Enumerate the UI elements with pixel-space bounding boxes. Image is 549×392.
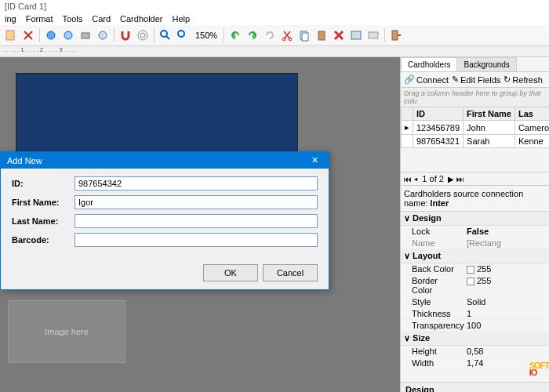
magnet-icon[interactable] (118, 27, 133, 43)
svg-rect-3 (82, 33, 89, 38)
prop-footer: Design (401, 382, 549, 392)
editfields-button[interactable]: ✎ Edit Fields (452, 74, 500, 85)
svg-line-8 (166, 36, 169, 39)
menu-item[interactable]: Card (92, 14, 111, 24)
svg-point-9 (178, 31, 184, 37)
paste-icon[interactable] (314, 27, 329, 43)
grid-group-hint: Drag a column header here to group by th… (401, 88, 549, 107)
svg-rect-17 (369, 32, 378, 38)
svg-rect-15 (351, 31, 361, 39)
undo-icon[interactable] (227, 27, 243, 43)
svg-point-4 (99, 31, 107, 39)
refresh-button[interactable]: ↻ Refresh (504, 74, 543, 85)
redo2-icon[interactable] (262, 27, 278, 43)
target-icon[interactable] (135, 27, 151, 43)
window-title: [ID Card 1] (0, 0, 549, 13)
delete-icon[interactable] (20, 27, 36, 43)
close-icon[interactable]: ✕ (307, 155, 322, 165)
connect-button[interactable]: 🔗 Connect (404, 74, 449, 85)
id-field[interactable] (75, 176, 318, 191)
svg-rect-18 (392, 31, 398, 40)
lastname-label: Last Name: (12, 216, 75, 226)
connection-name: Cardholders source connection name: Inte… (401, 186, 549, 212)
zoom-icon[interactable] (158, 27, 173, 43)
gear-blue-icon[interactable] (43, 27, 59, 43)
menu-item[interactable]: Cardholder (120, 14, 162, 24)
svg-rect-13 (302, 33, 308, 41)
add-new-dialog: Add New ✕ ID: First Name: Last Name: Bar… (0, 151, 329, 290)
barcode-label: Barcode: (12, 235, 75, 245)
main-toolbar: 150% (0, 25, 549, 46)
watermark: SOFT IO (529, 362, 549, 376)
table-row[interactable]: ▸ 123456789JohnCamero (402, 121, 550, 135)
tab-backgrounds[interactable]: Backgrounds (456, 57, 516, 71)
menu-item[interactable]: Tools (63, 14, 83, 24)
zoom-fit-icon[interactable] (175, 27, 191, 43)
image-icon[interactable] (348, 27, 364, 43)
gear2-icon[interactable] (95, 27, 111, 43)
firstname-field[interactable] (75, 195, 318, 209)
menu-item[interactable]: Format (26, 14, 53, 24)
canvas[interactable]: ID: 123456789 Image here Add New ✕ ID: F… (0, 57, 400, 392)
zoom-level[interactable]: 150% (192, 31, 220, 40)
dialog-title: Add New (7, 156, 42, 165)
redo-icon[interactable] (245, 27, 260, 43)
ok-button[interactable]: OK (203, 264, 258, 281)
tab-cardholders[interactable]: Cardholders (401, 57, 457, 71)
firstname-label: First Name: (12, 198, 75, 207)
svg-point-16 (354, 34, 356, 36)
cancel-button[interactable]: Cancel (263, 264, 318, 281)
table-row[interactable]: 987654321SarahKenne (402, 135, 550, 148)
gear-icon[interactable] (60, 27, 76, 43)
side-panel: Cardholders Backgrounds 🔗 Connect ✎ Edit… (400, 57, 549, 392)
cardholders-grid[interactable]: ID First Name Las ▸ 123456789JohnCamero … (401, 107, 549, 148)
print-icon[interactable] (78, 27, 93, 43)
lastname-field[interactable] (75, 214, 318, 228)
svg-point-1 (47, 31, 55, 39)
edit-icon[interactable] (3, 27, 19, 43)
svg-rect-0 (6, 31, 14, 40)
menu-bar: ing Format Tools Card Cardholder Help (0, 13, 549, 25)
image-placeholder[interactable]: Image here (8, 300, 125, 363)
id-label: ID: (12, 179, 75, 188)
svg-point-6 (140, 33, 145, 38)
copy-icon[interactable] (296, 27, 312, 43)
exit-icon[interactable] (388, 27, 404, 43)
col-id[interactable]: ID (413, 107, 464, 121)
col-last[interactable]: Las (514, 107, 549, 121)
ruler: . . . . . 1 . . . . 2 . . . . 3 . . . . (0, 46, 549, 57)
svg-point-2 (64, 31, 72, 39)
cut-icon[interactable] (279, 27, 295, 43)
pager[interactable]: ⏮ ◀ 1 of 2 ▶ ⏭ (401, 172, 549, 186)
barcode-field[interactable] (75, 233, 318, 247)
menu-item[interactable]: Help (172, 14, 190, 24)
menu-item[interactable]: ing (5, 14, 16, 24)
misc-icon[interactable] (365, 27, 381, 43)
remove-icon[interactable] (331, 27, 347, 43)
svg-point-5 (138, 31, 147, 40)
col-first[interactable]: First Name (464, 107, 515, 121)
property-grid[interactable]: ∨ Design LockFalse Name[Rectang ∨ Layout… (401, 212, 549, 382)
svg-point-7 (161, 31, 167, 37)
svg-rect-14 (318, 31, 325, 40)
